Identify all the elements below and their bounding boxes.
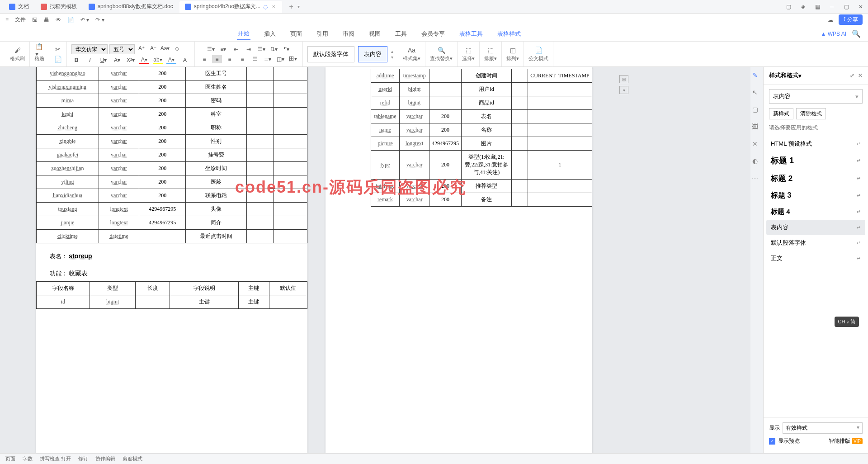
minimize-icon[interactable]: ─ bbox=[828, 3, 835, 10]
redo-icon[interactable]: ↷ ▾ bbox=[95, 17, 104, 23]
save-icon[interactable]: 🖫 bbox=[32, 17, 38, 23]
tab-doc2-active[interactable]: springboot4b2uo数据库文...◌× bbox=[179, 1, 282, 13]
preview-checkbox[interactable]: ✓ bbox=[769, 438, 775, 445]
maximize-icon[interactable]: ▢ bbox=[843, 3, 850, 10]
sort-icon[interactable]: ⇅▾ bbox=[269, 45, 279, 53]
file-menu[interactable]: 文件 bbox=[15, 16, 26, 24]
page-nav-icon[interactable]: ⊞ bbox=[619, 75, 628, 83]
style-item[interactable]: HTML 预设格式↵ bbox=[766, 136, 865, 152]
export-icon[interactable]: 📄 bbox=[67, 17, 74, 23]
bold-icon[interactable]: B bbox=[71, 56, 81, 64]
menu-tools[interactable]: 工具 bbox=[394, 28, 408, 40]
menu-view[interactable]: 视图 bbox=[368, 28, 382, 40]
smart-layout-button[interactable]: 智能排版 VIP bbox=[829, 437, 863, 445]
clear-format-icon[interactable]: ◇ bbox=[172, 44, 182, 52]
page-nav-icon2[interactable]: ▾ bbox=[619, 86, 628, 94]
panel-close-icon[interactable]: ✕ bbox=[858, 72, 863, 79]
pin-icon[interactable]: ⤢ bbox=[850, 72, 854, 79]
border-icon[interactable]: 田▾ bbox=[288, 55, 298, 63]
document-area[interactable]: yishenggonghaovarchar200医生工号yishengxingm… bbox=[0, 67, 750, 453]
size-select[interactable]: 五号 bbox=[109, 44, 135, 54]
undo-icon[interactable]: ↶ ▾ bbox=[80, 17, 89, 23]
search-icon[interactable]: 🔍 bbox=[852, 29, 861, 38]
find-icon[interactable]: 🔍 bbox=[437, 46, 445, 54]
super-icon[interactable]: X²▾ bbox=[126, 56, 136, 64]
style-item[interactable]: 标题 4↵ bbox=[766, 204, 865, 220]
style-item[interactable]: 默认段落字体↵ bbox=[766, 235, 865, 251]
wps-ai[interactable]: ▲ WPS AI bbox=[821, 31, 846, 37]
align-left-icon[interactable]: ≡ bbox=[199, 55, 209, 63]
layout-icon[interactable]: ⬚ bbox=[486, 46, 495, 54]
menu-icon[interactable]: ≡ bbox=[5, 17, 9, 23]
align-justify-icon[interactable]: ≡ bbox=[237, 55, 247, 63]
grow-font-icon[interactable]: A⁺ bbox=[137, 44, 146, 52]
show-select[interactable]: 有效样式 ▾ bbox=[783, 422, 863, 434]
menu-table-tools[interactable]: 表格工具 bbox=[458, 28, 484, 40]
outdent-icon[interactable]: ⇤ bbox=[231, 45, 241, 53]
cloud-icon[interactable]: ☁ bbox=[828, 17, 833, 23]
underline-icon[interactable]: U▾ bbox=[99, 56, 108, 64]
bullets-icon[interactable]: ☰▾ bbox=[206, 45, 216, 53]
style-table-content[interactable]: 表内容 bbox=[358, 46, 387, 62]
win-icon-3[interactable]: ▦ bbox=[814, 3, 821, 10]
close-window-icon[interactable]: ✕ bbox=[857, 3, 864, 10]
share-button[interactable]: ⤴ 分享 bbox=[839, 14, 863, 25]
side-more-icon[interactable]: ⋯ bbox=[750, 174, 760, 183]
arrange-icon[interactable]: ◫ bbox=[509, 46, 517, 54]
menu-ref[interactable]: 引用 bbox=[316, 28, 329, 40]
menu-start[interactable]: 开始 bbox=[237, 28, 250, 40]
paraspacing-icon[interactable]: ≣▾ bbox=[263, 55, 273, 63]
shading-icon[interactable]: A▾ bbox=[166, 56, 176, 64]
print-icon[interactable]: 🖶 bbox=[44, 17, 49, 23]
win-icon-2[interactable]: ◈ bbox=[799, 3, 807, 10]
numbering-icon[interactable]: ≡▾ bbox=[218, 45, 228, 53]
strike-icon[interactable]: A▾ bbox=[112, 56, 122, 64]
linespace-icon[interactable]: ☰▾ bbox=[256, 45, 266, 53]
style-item[interactable]: 标题 3↵ bbox=[766, 187, 865, 204]
new-style-button[interactable]: 新样式 bbox=[769, 108, 793, 119]
preview-icon[interactable]: 👁 bbox=[56, 17, 61, 23]
align-dist-icon[interactable]: ☰ bbox=[250, 55, 260, 63]
marks-icon[interactable]: ¶▾ bbox=[282, 45, 292, 53]
format-brush-icon[interactable]: 🖌 bbox=[14, 46, 22, 54]
clear-format-button[interactable]: 清除格式 bbox=[796, 108, 826, 119]
align-right-icon[interactable]: ≡ bbox=[225, 55, 235, 63]
charborder-icon[interactable]: A bbox=[180, 56, 190, 64]
side-cursor-icon[interactable]: ↖ bbox=[750, 88, 760, 97]
tab-docs[interactable]: 文档 bbox=[4, 1, 34, 13]
menu-review[interactable]: 审阅 bbox=[342, 28, 355, 40]
menu-insert[interactable]: 插入 bbox=[263, 28, 277, 40]
fontcolor-icon[interactable]: A▾ bbox=[139, 56, 149, 64]
side-clip-icon[interactable]: ◐ bbox=[750, 156, 760, 166]
shrink-font-icon[interactable]: A⁻ bbox=[148, 44, 158, 52]
style-item[interactable]: 标题 1↵ bbox=[766, 152, 865, 170]
menu-table-style[interactable]: 表格样式 bbox=[496, 28, 522, 40]
tab-doc1[interactable]: springboot88sly数据库文档.doc bbox=[83, 1, 179, 13]
styleset-icon[interactable]: Aa bbox=[408, 46, 416, 54]
side-pencil-icon[interactable]: ✎ bbox=[750, 71, 760, 80]
current-style-select[interactable]: 表内容▾ bbox=[769, 89, 863, 104]
close-icon[interactable]: × bbox=[270, 4, 277, 10]
copy-icon[interactable]: 📄 bbox=[54, 55, 62, 63]
style-item[interactable]: 标题 2↵ bbox=[766, 170, 865, 187]
case-icon[interactable]: Aa▾ bbox=[160, 44, 170, 52]
official-icon[interactable]: 📄 bbox=[534, 46, 542, 54]
paste-icon[interactable]: 📋▾ bbox=[35, 46, 43, 54]
menu-page[interactable]: 页面 bbox=[289, 28, 303, 40]
fill-icon[interactable]: ◫▾ bbox=[275, 55, 285, 63]
select-icon[interactable]: ⬚ bbox=[464, 46, 472, 54]
italic-icon[interactable]: I bbox=[85, 56, 95, 64]
style-default-para[interactable]: 默认段落字体 bbox=[307, 46, 354, 62]
win-icon-1[interactable]: ▢ bbox=[785, 3, 792, 10]
indent-icon[interactable]: ⇥ bbox=[244, 45, 254, 53]
cut-icon[interactable]: ✂ bbox=[54, 45, 62, 53]
tab-template[interactable]: 找稻壳模板 bbox=[35, 1, 82, 13]
highlight-icon[interactable]: ab▾ bbox=[153, 56, 163, 64]
add-tab-button[interactable]: + bbox=[287, 2, 296, 11]
align-center-icon[interactable]: ≡ bbox=[212, 55, 222, 63]
side-image-icon[interactable]: 🖼 bbox=[750, 122, 760, 131]
style-item[interactable]: 表内容↵ bbox=[766, 220, 865, 235]
font-select[interactable]: 华文仿宋 bbox=[71, 44, 108, 54]
side-tools-icon[interactable]: ✕ bbox=[750, 139, 760, 148]
side-shape-icon[interactable]: ▢ bbox=[750, 105, 760, 114]
